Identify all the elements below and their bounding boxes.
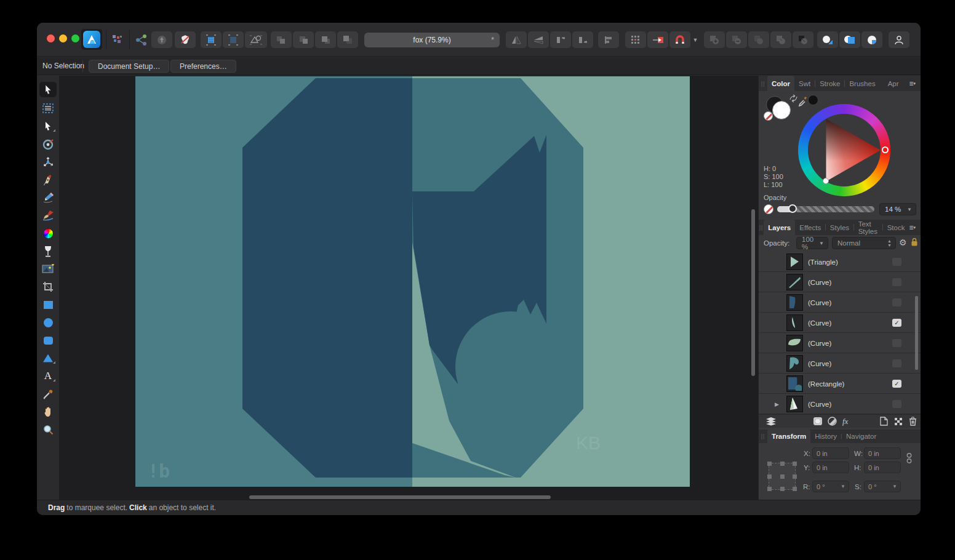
horizontal-scrollbar[interactable]	[249, 495, 551, 499]
flip-horizontal-button[interactable]	[506, 31, 527, 48]
pen-tool[interactable]	[39, 173, 57, 186]
boolean-intersect-button[interactable]	[748, 31, 769, 48]
hue-marker[interactable]	[882, 146, 889, 153]
node-tool[interactable]	[39, 119, 57, 133]
order-forward-button[interactable]	[293, 31, 314, 48]
layer-checkbox-checked[interactable]: ✓	[892, 319, 901, 327]
colour-picker-tool[interactable]	[39, 387, 57, 401]
layers-opacity-dropdown[interactable]: 100 %▼	[796, 237, 828, 249]
order-front-button[interactable]	[271, 31, 292, 48]
boolean-divide-button[interactable]	[793, 31, 813, 48]
account-button[interactable]	[889, 31, 909, 48]
artboard-tool[interactable]	[39, 102, 57, 115]
text-tool[interactable]: A	[39, 369, 57, 383]
point-transform-tool[interactable]	[39, 137, 57, 151]
contour-tool[interactable]	[39, 155, 57, 169]
artboard[interactable]: KB !b	[135, 76, 690, 487]
insert-behind-button[interactable]	[817, 31, 838, 48]
view-mode-grid-button[interactable]	[201, 31, 222, 48]
snapping-dropdown-caret[interactable]: ▼	[691, 31, 700, 48]
panel-menu-icon[interactable]: ≡▾	[909, 76, 921, 91]
rotate-cw-button[interactable]	[572, 31, 593, 48]
boolean-subtract-button[interactable]	[726, 31, 747, 48]
brush-tool[interactable]	[39, 209, 57, 222]
view-mode-pixels-button[interactable]	[223, 31, 244, 48]
tab-styles[interactable]: Styles	[826, 220, 853, 235]
rectangle-tool[interactable]	[39, 298, 57, 311]
alignment-button[interactable]	[598, 31, 619, 48]
layer-checkbox-checked[interactable]: ✓	[892, 380, 901, 388]
vertical-scrollbar[interactable]	[751, 209, 755, 376]
delete-layer-icon[interactable]	[909, 417, 917, 426]
ellipse-tool[interactable]	[39, 316, 57, 329]
minimize-window-button[interactable]	[59, 34, 67, 42]
tab-navigator[interactable]: Navigator	[842, 430, 881, 443]
layer-checkbox[interactable]	[892, 400, 901, 408]
blend-mode-dropdown[interactable]: Normal▲▼	[832, 237, 896, 249]
h-input[interactable]: 0 in	[864, 462, 901, 473]
opacity-slider-knob[interactable]	[788, 204, 797, 213]
insert-inside-button[interactable]	[839, 31, 860, 48]
tab-transform[interactable]: Transform	[767, 430, 810, 443]
layer-row[interactable]: (Curve) ✓	[759, 313, 921, 333]
transparency-tool[interactable]	[39, 244, 57, 258]
anchor-point-selector[interactable]	[769, 463, 796, 490]
insert-ontop-button[interactable]	[861, 31, 882, 48]
app-icon-button[interactable]	[81, 29, 102, 50]
view-tool[interactable]	[39, 405, 57, 418]
picked-color-swatch[interactable]	[808, 95, 818, 105]
share-button[interactable]	[132, 31, 151, 48]
tab-history[interactable]: History	[810, 430, 841, 443]
mask-icon[interactable]	[813, 417, 823, 426]
ui-style-button[interactable]	[110, 31, 126, 48]
zoom-window-button[interactable]	[71, 34, 79, 42]
move-tool[interactable]	[39, 82, 57, 97]
layer-checkbox[interactable]	[892, 359, 901, 367]
sl-marker[interactable]	[823, 178, 829, 184]
show-grid-button[interactable]	[625, 31, 646, 48]
boolean-add-button[interactable]	[704, 31, 725, 48]
layer-checkbox[interactable]	[892, 258, 901, 266]
layer-checkbox[interactable]	[892, 278, 901, 286]
snapping-magnet-button[interactable]	[669, 31, 690, 48]
place-image-tool[interactable]	[39, 262, 57, 276]
tab-swatches[interactable]: Swt	[794, 76, 815, 91]
tab-color[interactable]: Color	[767, 76, 794, 91]
y-input[interactable]: 0 in	[812, 462, 849, 473]
opacity-none-icon[interactable]	[764, 204, 773, 214]
layer-checkbox[interactable]	[892, 298, 901, 306]
adjustment-icon[interactable]	[828, 417, 837, 426]
tab-effects[interactable]: Effects	[795, 220, 825, 235]
tab-text-styles[interactable]: Text Styles	[854, 220, 882, 235]
tab-stock[interactable]: Stock	[883, 220, 909, 235]
layer-checkbox[interactable]	[892, 339, 901, 347]
layers-scrollbar[interactable]	[915, 296, 918, 370]
rounded-rectangle-tool[interactable]	[39, 334, 57, 347]
pencil-tool[interactable]	[39, 191, 57, 204]
rotation-dropdown[interactable]: 0 °▼	[812, 481, 849, 492]
transform-objects-button[interactable]	[647, 31, 668, 48]
flip-vertical-button[interactable]	[528, 31, 549, 48]
triangle-tool[interactable]	[39, 351, 57, 365]
close-window-button[interactable]	[47, 34, 55, 42]
layer-row[interactable]: (Curve)	[759, 354, 921, 374]
layer-effects-fx-icon[interactable]: fx	[842, 417, 848, 426]
layer-row[interactable]: (Curve)	[759, 293, 921, 313]
layer-row[interactable]: (Rectangle) ✓	[759, 374, 921, 394]
layer-row[interactable]: (Triangle)	[759, 252, 921, 272]
zoom-tool[interactable]	[39, 423, 57, 436]
order-backward-button[interactable]	[315, 31, 336, 48]
document-setup-button[interactable]: Document Setup…	[89, 60, 169, 73]
lock-icon[interactable]	[911, 238, 918, 247]
transparency-check-icon[interactable]	[894, 417, 903, 426]
fill-tool[interactable]	[39, 226, 57, 240]
link-dimensions-icon[interactable]	[906, 452, 912, 468]
export-persona-button[interactable]	[151, 31, 172, 48]
pixel-persona-button[interactable]	[175, 31, 196, 48]
layer-row[interactable]: (Curve)	[759, 273, 921, 292]
layer-row[interactable]: ▶ (Curve)	[759, 394, 921, 414]
w-input[interactable]: 0 in	[864, 447, 901, 459]
preferences-button[interactable]: Preferences…	[170, 60, 236, 73]
layer-row[interactable]: (Curve)	[759, 334, 921, 353]
fill-color-swatch[interactable]	[772, 101, 791, 119]
